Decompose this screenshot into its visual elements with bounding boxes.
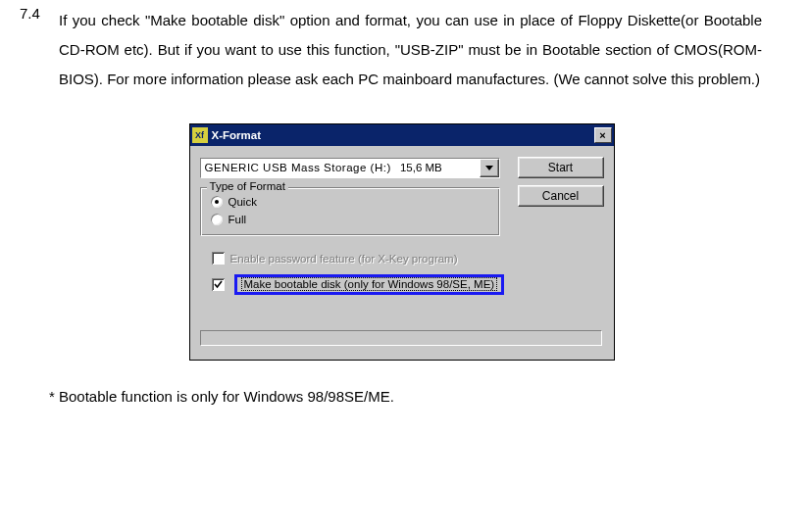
cancel-button[interactable]: Cancel [518, 185, 604, 207]
chevron-down-icon [485, 166, 493, 170]
progress-bar [200, 330, 602, 346]
drive-combobox-text: GENERIC USB Mass Storage (H:) 15,6 MB [201, 159, 480, 177]
radio-full[interactable]: Full [211, 214, 247, 225]
svg-marker-0 [485, 166, 493, 170]
radio-icon [211, 196, 223, 208]
checkbox-password[interactable]: Enable password feature (for X-Key progr… [212, 252, 458, 265]
section-number: 7.4 [20, 5, 40, 22]
radio-quick[interactable]: Quick [211, 196, 257, 208]
xformat-dialog: Xf X-Format × GENERIC USB Mass Storage (… [189, 123, 615, 361]
radio-quick-label: Quick [228, 196, 257, 208]
checkbox-bootable-label: Make bootable disk (only for Windows 98/… [241, 277, 498, 291]
drive-size: 15,6 MB [400, 162, 442, 173]
start-button[interactable]: Start [518, 157, 604, 178]
radio-selected-dot [215, 200, 219, 204]
section-body: If you check "Make bootable disk" option… [59, 6, 762, 94]
radio-full-label: Full [228, 214, 247, 225]
drive-name: GENERIC USB Mass Storage (H:) [205, 162, 391, 173]
checkbox-icon [212, 278, 225, 291]
document-page: 7.4 If you check "Make bootable disk" op… [0, 0, 811, 532]
dialog-client-area: GENERIC USB Mass Storage (H:) 15,6 MB St… [190, 146, 614, 360]
radio-icon [211, 214, 223, 225]
format-type-group: Type of Format Quick Full [200, 187, 500, 236]
app-icon: Xf [192, 127, 208, 143]
close-icon: × [599, 130, 605, 141]
window-title: X-Format [212, 129, 594, 141]
close-button[interactable]: × [594, 127, 612, 143]
section-footnote: * Bootable function is only for Windows … [49, 388, 782, 405]
checkbox-password-label: Enable password feature (for X-Key progr… [230, 253, 458, 265]
title-bar: Xf X-Format × [190, 124, 614, 146]
checkbox-icon [212, 252, 225, 265]
checkbox-bootable[interactable]: Make bootable disk (only for Windows 98/… [212, 274, 505, 295]
drive-combobox[interactable]: GENERIC USB Mass Storage (H:) 15,6 MB [200, 158, 500, 178]
drive-combobox-button[interactable] [480, 159, 499, 177]
dialog-screenshot: Xf X-Format × GENERIC USB Mass Storage (… [189, 123, 613, 361]
bootable-highlight: Make bootable disk (only for Windows 98/… [234, 274, 505, 295]
check-mark-icon [213, 279, 224, 290]
format-type-legend: Type of Format [207, 180, 288, 192]
